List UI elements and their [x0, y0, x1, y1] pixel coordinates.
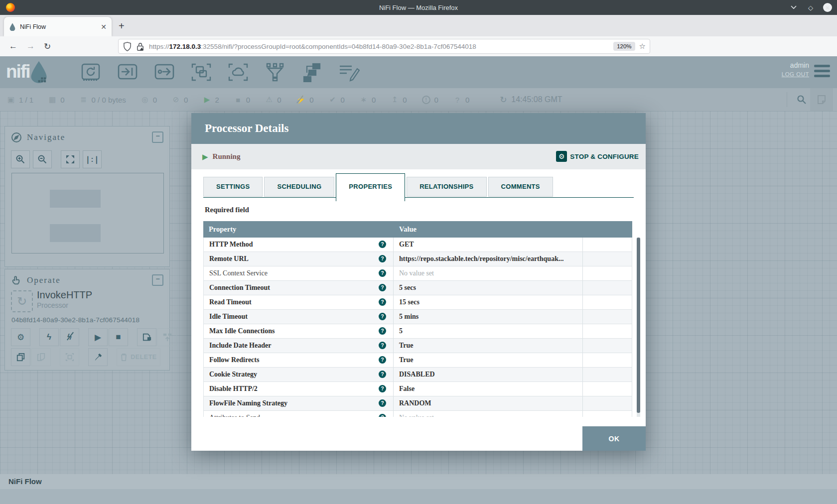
reload-button[interactable]: ↻	[44, 41, 51, 52]
collapse-navigate-button[interactable]: −	[152, 131, 163, 143]
nifi-global-menu-button[interactable]	[814, 65, 830, 77]
window-maximize-button[interactable]: ◇	[806, 3, 815, 12]
search-button[interactable]	[787, 92, 809, 107]
lock-warning-icon[interactable]	[136, 42, 145, 51]
nifi-favicon	[9, 23, 16, 31]
ok-button[interactable]: OK	[582, 426, 646, 451]
property-row[interactable]: Include Date Header?True	[204, 339, 632, 353]
nifi-drop-icon	[30, 60, 47, 83]
disable-button[interactable]: ϟ	[60, 328, 79, 346]
property-row[interactable]: Cookie Strategy?DISABLED	[204, 368, 632, 382]
start-button[interactable]: ▶	[88, 328, 108, 346]
birdseye-minimap[interactable]	[11, 173, 164, 253]
window-close-button[interactable]: ×	[823, 3, 832, 12]
paste-button[interactable]	[31, 348, 51, 366]
window-minimize-button[interactable]	[789, 3, 798, 12]
help-question-icon: ?	[379, 399, 386, 407]
zoom-out-button[interactable]	[33, 150, 52, 168]
status-count: 0	[434, 96, 438, 104]
configure-button[interactable]: ⚙	[11, 328, 30, 346]
tab-settings[interactable]: SETTINGS	[203, 177, 263, 197]
property-row[interactable]: Max Idle Connections?5	[204, 324, 632, 339]
clustered-nodes-icon: ▣	[7, 95, 15, 104]
property-row[interactable]: SSL Context Service?No value set	[204, 266, 632, 281]
browser-tab[interactable]: NiFi Flow ✕	[4, 17, 112, 36]
tab-relationships[interactable]: RELATIONSHIPS	[407, 177, 486, 197]
property-row[interactable]: Disable HTTP/2?False	[204, 382, 632, 396]
help-question-icon: ?	[379, 241, 386, 248]
new-tab-button[interactable]: +	[119, 20, 125, 32]
process-group-tool-icon[interactable]	[189, 60, 213, 84]
refresh-icon[interactable]: ↻	[499, 95, 507, 105]
status-count: 0	[277, 96, 281, 104]
status-clustered-nodes: ▣1 / 1	[7, 95, 33, 104]
tab-properties[interactable]: PROPERTIES	[336, 173, 405, 201]
output-port-tool-icon[interactable]	[152, 60, 176, 84]
group-button[interactable]	[60, 348, 79, 366]
template-tool-icon[interactable]	[300, 60, 324, 84]
properties-scrollbar[interactable]	[637, 238, 640, 417]
upload-template-button[interactable]	[157, 328, 177, 346]
zoom-fit-button[interactable]	[61, 150, 80, 168]
property-name: Connection Timeout	[209, 284, 270, 291]
input-port-tool-icon[interactable]	[116, 60, 140, 84]
funnel-tool-icon[interactable]	[263, 60, 287, 84]
tab-scheduling[interactable]: SCHEDULING	[264, 177, 334, 197]
collapse-operate-button[interactable]: −	[152, 274, 163, 286]
label-tool-icon[interactable]	[337, 60, 361, 84]
processor-stamp-icon: ↻	[11, 290, 33, 312]
zoom-actual-size-button[interactable]: ❘:❘	[83, 150, 102, 168]
hand-icon	[11, 275, 22, 286]
scrollbar-thumb[interactable]	[637, 238, 640, 413]
last-refresh-time: ↻ 14:45:08 GMT	[499, 95, 562, 105]
stop-and-configure-button[interactable]: ⚙ STOP & CONFIGURE	[556, 151, 639, 162]
property-row[interactable]: Follow Redirects?True	[204, 353, 632, 368]
back-button[interactable]: ←	[9, 41, 17, 51]
property-actions-cell	[583, 353, 632, 367]
delete-button[interactable]: DELETE	[117, 348, 160, 366]
property-row[interactable]: FlowFile Naming Strategy?RANDOM	[204, 396, 632, 411]
status-count: 0	[184, 96, 188, 104]
property-row[interactable]: Connection Timeout?5 secs	[204, 281, 632, 295]
property-name: Attributes to Send	[209, 414, 260, 417]
property-name-cell: FlowFile Naming Strategy?	[204, 396, 394, 410]
remote-process-group-tool-icon[interactable]	[226, 60, 250, 84]
stop-button[interactable]: ■	[109, 328, 128, 346]
property-name-cell: Follow Redirects?	[204, 353, 394, 367]
create-template-button[interactable]	[137, 328, 156, 346]
property-row[interactable]: HTTP Method?GET	[204, 238, 632, 252]
property-actions-cell	[583, 310, 632, 324]
help-question-icon: ?	[379, 327, 386, 335]
property-row[interactable]: Idle Timeout?5 mins	[204, 310, 632, 324]
status-count: 0	[465, 96, 469, 104]
property-value: No value set	[394, 266, 583, 280]
forward-button[interactable]: →	[26, 41, 35, 51]
bookmark-star-icon[interactable]: ☆	[639, 42, 646, 51]
property-name-cell: Attributes to Send?	[204, 411, 394, 417]
stopped-components-icon: ■	[234, 96, 242, 104]
tab-comments[interactable]: COMMENTS	[488, 177, 553, 197]
properties-scroll-viewport[interactable]: HTTP Method?GETRemote URL?https://repo.s…	[203, 238, 632, 417]
breadcrumb[interactable]: NiFi Flow	[8, 477, 42, 486]
property-row[interactable]: Attributes to Send?No value set	[204, 411, 632, 417]
tab-close-icon[interactable]: ✕	[101, 23, 107, 31]
property-name: SSL Context Service	[209, 269, 268, 277]
sync-failure-versioned-icon: ?	[453, 96, 461, 104]
tracking-shield-icon[interactable]	[123, 42, 132, 51]
property-row[interactable]: Read Timeout?15 secs	[204, 295, 632, 310]
zoom-level-badge[interactable]: 120%	[613, 42, 635, 51]
help-question-icon: ?	[379, 313, 386, 320]
url-bar[interactable]: https://172.18.0.3:32558/nifi/?processGr…	[118, 39, 650, 54]
property-row[interactable]: Remote URL?https://repo.stackable.tech/r…	[204, 252, 632, 266]
fill-color-button[interactable]	[88, 348, 108, 366]
processor-tool-icon[interactable]	[79, 60, 103, 84]
zoom-in-button[interactable]	[11, 150, 30, 168]
copy-button[interactable]	[11, 348, 30, 366]
property-actions-cell	[583, 324, 632, 338]
logout-link[interactable]: LOG OUT	[782, 71, 809, 77]
enable-button[interactable]: ϟ	[39, 328, 59, 346]
bulletin-note-button[interactable]	[810, 88, 833, 111]
property-actions-cell	[583, 411, 632, 417]
property-name: Follow Redirects	[209, 356, 259, 364]
required-field-note: Required field	[205, 206, 249, 214]
